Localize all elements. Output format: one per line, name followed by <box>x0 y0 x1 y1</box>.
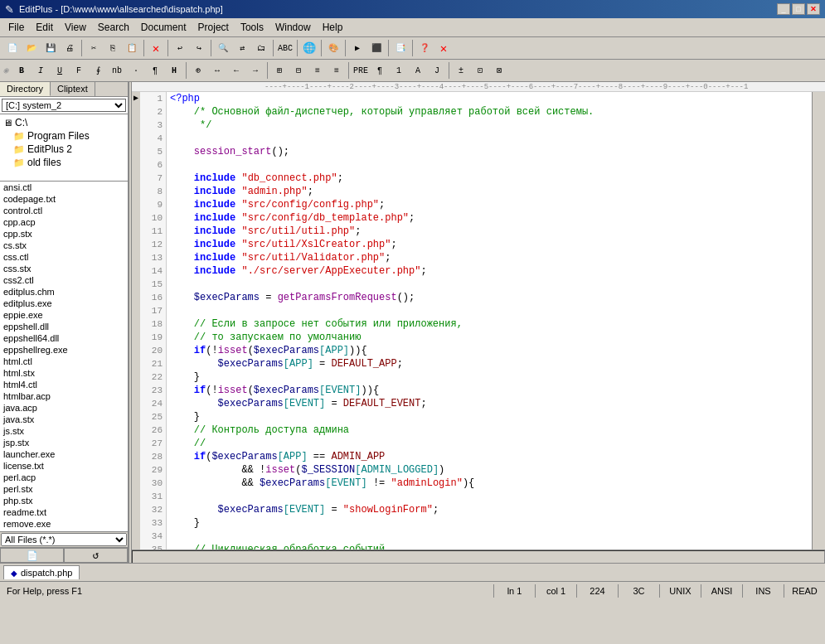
dot-button[interactable]: · <box>127 61 145 80</box>
file-item[interactable]: editplus.chm <box>0 286 128 298</box>
redo-button[interactable]: ↪ <box>190 39 208 57</box>
table-button[interactable]: ⊞ <box>270 61 289 80</box>
align-right-button[interactable]: ≡ <box>328 61 346 80</box>
file-item[interactable]: eppshell.dll <box>0 321 128 332</box>
close-button[interactable]: ✕ <box>807 3 820 15</box>
file-item[interactable]: cpp.acp <box>0 216 128 228</box>
file-item[interactable]: eppshellreg.exe <box>0 344 128 356</box>
plus-button[interactable]: ± <box>452 61 470 80</box>
tab-dispatch[interactable]: ◆ dispatch.php <box>3 565 80 579</box>
file-item[interactable]: ansi.ctl <box>0 182 128 193</box>
find-in-files-button[interactable]: 🗂 <box>252 39 270 57</box>
menu-edit[interactable]: Edit <box>31 20 58 35</box>
menu-document[interactable]: Document <box>136 20 192 35</box>
bold-button[interactable]: B <box>12 61 31 80</box>
open-button[interactable]: 📂 <box>22 39 41 57</box>
horizontal-scrollbar[interactable] <box>132 550 825 563</box>
print-button[interactable]: 🖨 <box>61 39 79 57</box>
menu-project[interactable]: Project <box>193 20 234 35</box>
j-button[interactable]: J <box>428 61 446 80</box>
minimize-button[interactable]: _ <box>777 3 790 15</box>
num-button[interactable]: 1 <box>390 61 408 80</box>
file-type-dropdown[interactable]: All Files (*.*) <box>1 533 127 546</box>
file-item[interactable]: control.ctl <box>0 205 128 216</box>
file-item[interactable]: perl.acp <box>0 472 128 483</box>
menu-file[interactable]: File <box>3 20 29 35</box>
copy-button[interactable]: ⎘ <box>104 39 122 57</box>
pre-button[interactable]: PRE <box>352 61 370 80</box>
file-item[interactable]: css.stx <box>0 263 128 274</box>
script-button[interactable]: ∮ <box>89 61 107 80</box>
tree-item-editplus[interactable]: 📁 EditPlus 2 <box>2 143 126 156</box>
left-button[interactable]: ← <box>227 61 245 80</box>
code-content[interactable]: <?php /* Основной файл-диспетчер, которы… <box>167 92 812 550</box>
file-item[interactable]: codepage.txt <box>0 193 128 205</box>
tree-item-program-files[interactable]: 📁 Program Files <box>2 129 126 143</box>
maximize-button[interactable]: □ <box>792 3 805 15</box>
refresh-button[interactable]: ↺ <box>64 548 128 563</box>
replace-button[interactable]: ⇄ <box>233 39 251 57</box>
monitor-button[interactable]: ⬛ <box>367 39 386 57</box>
file-item[interactable]: html.stx <box>0 367 128 379</box>
dir-dropdown[interactable]: [C:] system_2 <box>2 99 126 112</box>
vertical-scrollbar[interactable] <box>812 92 825 550</box>
file-item[interactable]: php.stx <box>0 495 128 506</box>
a-button[interactable]: A <box>409 61 427 80</box>
cliptext-button[interactable]: 📑 <box>391 39 410 57</box>
paste-button[interactable]: 📋 <box>123 39 141 57</box>
align-left-button[interactable]: ≡ <box>308 61 327 80</box>
tree-item-oldfiles[interactable]: 📁 old files <box>2 156 126 169</box>
find-button[interactable]: 🔍 <box>214 39 232 57</box>
new-button[interactable]: 📄 <box>3 39 22 57</box>
hr-button[interactable]: ↔ <box>208 61 226 80</box>
file-item[interactable]: js.stx <box>0 425 128 437</box>
file-item[interactable]: htmlbar.acp <box>0 390 128 402</box>
cut-button[interactable]: ✂ <box>85 39 103 57</box>
file-item[interactable]: remove.exe <box>0 518 128 530</box>
font-button[interactable]: F <box>70 61 88 80</box>
file-item[interactable]: css2.ctl <box>0 274 128 286</box>
para-button[interactable]: ¶ <box>146 61 164 80</box>
file-item[interactable]: css.ctl <box>0 251 128 263</box>
file-item[interactable]: jsp.stx <box>0 437 128 448</box>
help-button[interactable]: ❓ <box>415 39 434 57</box>
color-button[interactable]: 🎨 <box>324 39 342 57</box>
spell-button[interactable]: ABC <box>276 39 294 57</box>
close-doc-button[interactable]: ✕ <box>434 39 453 57</box>
file-item[interactable]: eppshell64.dll <box>0 332 128 344</box>
tab-cliptext[interactable]: Cliptext <box>51 82 95 96</box>
file-item[interactable]: cs.stx <box>0 240 128 251</box>
file-item[interactable]: html4.ctl <box>0 379 128 390</box>
file-item[interactable]: html.ctl <box>0 356 128 367</box>
grid-button[interactable]: ⊡ <box>471 61 489 80</box>
file-item[interactable]: editplus.exe <box>0 298 128 309</box>
menu-search[interactable]: Search <box>93 20 134 35</box>
run-button[interactable]: ▶ <box>348 39 366 57</box>
h-button[interactable]: H <box>165 61 183 80</box>
file-item[interactable]: eppie.exe <box>0 309 128 321</box>
right-button[interactable]: → <box>246 61 264 80</box>
menu-view[interactable]: View <box>60 20 91 35</box>
file-item[interactable]: launcher.exe <box>0 448 128 460</box>
underline-button[interactable]: U <box>51 61 69 80</box>
file-item[interactable]: readme.txt <box>0 506 128 518</box>
file-item[interactable]: license.txt <box>0 460 128 472</box>
center-button[interactable]: ⊕ <box>189 61 207 80</box>
menu-window[interactable]: Window <box>270 20 316 35</box>
file-item[interactable]: java.stx <box>0 414 128 425</box>
undo-button[interactable]: ↩ <box>171 39 189 57</box>
box-button[interactable]: ⊠ <box>490 61 508 80</box>
nbsp-button[interactable]: nb <box>108 61 126 80</box>
file-item[interactable]: cpp.stx <box>0 228 128 240</box>
tab-directory[interactable]: Directory <box>0 82 51 96</box>
p-button[interactable]: ¶ <box>371 61 389 80</box>
file-item[interactable]: java.acp <box>0 402 128 414</box>
tree-item-c[interactable]: 🖥 C:\ <box>2 116 126 129</box>
save-button[interactable]: 💾 <box>41 39 60 57</box>
italic-button[interactable]: I <box>32 61 50 80</box>
menu-tools[interactable]: Tools <box>235 20 269 35</box>
td-button[interactable]: ⊟ <box>289 61 308 80</box>
delete-button[interactable]: ✕ <box>147 39 165 57</box>
menu-help[interactable]: Help <box>318 20 348 35</box>
file-item[interactable]: perl.stx <box>0 483 128 495</box>
